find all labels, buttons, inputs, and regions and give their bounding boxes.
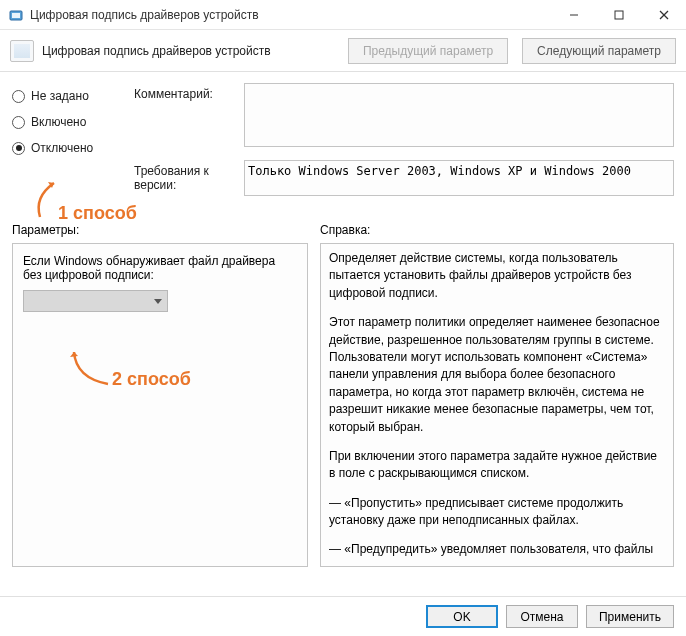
chevron-down-icon <box>154 299 162 304</box>
prev-setting-button[interactable]: Предыдущий параметр <box>348 38 508 64</box>
comment-input[interactable] <box>244 83 674 147</box>
radio-not-configured[interactable]: Не задано <box>12 89 122 103</box>
radio-icon <box>12 90 25 103</box>
params-section-label: Параметры: <box>12 223 308 237</box>
window-title: Цифровая подпись драйверов устройств <box>30 8 551 22</box>
radio-label: Включено <box>31 115 86 129</box>
maximize-button[interactable] <box>596 0 641 30</box>
action-dropdown[interactable] <box>23 290 168 312</box>
apply-button[interactable]: Применить <box>586 605 674 628</box>
state-radios: Не задано Включено Отключено <box>12 83 122 209</box>
radio-enabled[interactable]: Включено <box>12 115 122 129</box>
radio-disabled[interactable]: Отключено <box>12 141 122 155</box>
header-title: Цифровая подпись драйверов устройств <box>42 44 340 58</box>
radio-icon <box>12 142 25 155</box>
radio-label: Не задано <box>31 89 89 103</box>
titlebar: Цифровая подпись драйверов устройств <box>0 0 686 30</box>
radio-icon <box>12 116 25 129</box>
window-controls <box>551 0 686 30</box>
help-paragraph: При включении этого параметра задайте ну… <box>329 448 665 483</box>
header-bar: Цифровая подпись драйверов устройств Пре… <box>0 30 686 72</box>
supported-label: Требования к версии: <box>134 160 244 199</box>
radio-label: Отключено <box>31 141 93 155</box>
close-button[interactable] <box>641 0 686 30</box>
options-panel: Если Windows обнаруживает файл драйвера … <box>12 243 308 567</box>
svg-rect-1 <box>12 13 20 18</box>
help-panel: Определяет действие системы, когда польз… <box>320 243 674 567</box>
help-scroll[interactable]: Определяет действие системы, когда польз… <box>329 250 671 560</box>
ok-button[interactable]: OK <box>426 605 498 628</box>
help-paragraph: Этот параметр политики определяет наимен… <box>329 314 665 436</box>
help-section-label: Справка: <box>320 223 674 237</box>
next-setting-button[interactable]: Следующий параметр <box>522 38 676 64</box>
app-icon <box>8 7 24 23</box>
footer-bar: OK Отмена Применить <box>0 596 686 636</box>
help-paragraph: — «Предупредить» уведомляет пользователя… <box>329 541 665 560</box>
supported-value <box>244 160 674 196</box>
cancel-button[interactable]: Отмена <box>506 605 578 628</box>
minimize-button[interactable] <box>551 0 596 30</box>
param-text: Если Windows обнаруживает файл драйвера … <box>23 254 297 282</box>
svg-rect-3 <box>615 11 623 19</box>
help-paragraph: Определяет действие системы, когда польз… <box>329 250 665 302</box>
content-area: Не задано Включено Отключено Комментарий… <box>0 73 686 596</box>
policy-icon <box>10 40 34 62</box>
comment-label: Комментарий: <box>134 83 244 150</box>
help-paragraph: — «Пропустить» предписывает системе прод… <box>329 495 665 530</box>
